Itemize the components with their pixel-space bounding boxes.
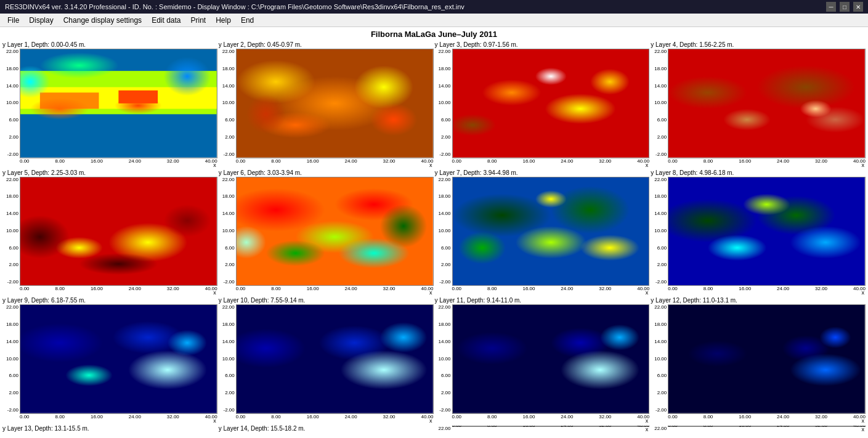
x-axis-6: 0.008.0016.0024.0032.0040.00 (236, 286, 434, 296)
plot-area-8 (668, 177, 866, 286)
y-axis-3: 22.0018.0014.0010.006.002.00-2.00 (435, 49, 452, 157)
chart-cell-1: y Layer 1, Depth: 0.00-0.45 m.22.0018.00… (2, 41, 217, 168)
svg-point-21 (590, 69, 630, 95)
svg-point-66 (379, 322, 427, 352)
menu-help[interactable]: Help (211, 15, 236, 26)
svg-point-54 (708, 235, 767, 261)
x-label-15: x (646, 426, 649, 432)
menu-end[interactable]: End (236, 15, 259, 26)
plot-area-3 (452, 49, 650, 158)
x-label-10: x (429, 418, 432, 424)
chart-label-9: y Layer 9, Depth: 6.18-7.55 m. (2, 297, 217, 304)
chart-cell-15: 22.0018.0014.0010.006.002.00-2.000.008.0… (435, 425, 650, 432)
chart-cell-10: y Layer 10, Depth: 7.55-9.14 m.22.0018.0… (219, 297, 434, 424)
main-content: Filborna MaLaGa June–July 2011 y Layer 1… (0, 27, 868, 438)
x-label-9: x (213, 418, 216, 424)
menu-display[interactable]: Display (24, 15, 58, 26)
plot-area-9 (20, 304, 217, 414)
svg-point-55 (743, 193, 790, 215)
plot-area-6 (236, 177, 434, 286)
chart-cell-13: y Layer 13, Depth: 13.1-15.5 m.22.0018.0… (2, 425, 217, 432)
y-axis-12: 22.0018.0014.0010.006.002.00-2.00 (651, 304, 668, 413)
plot-area-4 (668, 49, 866, 158)
close-button[interactable]: ✕ (853, 2, 863, 12)
svg-point-53 (790, 226, 861, 259)
minimize-button[interactable]: ─ (826, 2, 836, 12)
y-axis-11: 22.0018.0014.0010.006.002.00-2.00 (435, 304, 452, 413)
x-label-8: x (862, 290, 865, 296)
menu-file[interactable]: File (2, 15, 24, 26)
menu-bar: File Display Change display settings Edi… (0, 14, 868, 27)
y-axis-2: 22.0018.0014.0010.006.002.00-2.00 (219, 49, 236, 157)
menu-print[interactable]: Print (186, 15, 211, 26)
chart-area-11: 22.0018.0014.0010.006.002.00-2.000.008.0… (435, 304, 650, 424)
title-bar: RES3DINVx64 ver. 3.14.20 Professional - … (0, 0, 868, 14)
chart-cell-7: y Layer 7, Depth: 3.94-4.98 m.22.0018.00… (435, 169, 650, 296)
svg-point-59 (128, 351, 207, 389)
svg-point-76 (820, 326, 851, 348)
svg-point-13 (354, 65, 413, 108)
chart-area-9: 22.0018.0014.0010.006.002.00-2.000.008.0… (2, 304, 217, 424)
chart-label-7: y Layer 7, Depth: 3.94-4.98 m. (435, 169, 650, 177)
plot-area-2 (236, 49, 434, 158)
x-label-7: x (646, 290, 649, 296)
x-axis-11: 0.008.0016.0024.0032.0040.00 (452, 414, 650, 424)
svg-point-49 (535, 190, 566, 208)
chart-cell-14: y Layer 14, Depth: 15.5-18.2 m.22.0018.0… (219, 425, 434, 432)
plot-area-7 (452, 177, 650, 286)
x-axis-3: 0.008.0016.0024.0032.0040.00 (452, 158, 650, 168)
chart-label-10: y Layer 10, Depth: 7.55-9.14 m. (219, 297, 434, 304)
chart-label-11: y Layer 11, Depth: 9.14-11.0 m. (435, 297, 650, 304)
x-label-11: x (646, 418, 649, 424)
y-axis-5: 22.0018.0014.0010.006.002.00-2.00 (2, 177, 20, 285)
svg-point-5 (30, 98, 89, 120)
x-label-16: x (862, 426, 865, 432)
x-label-12: x (862, 418, 865, 424)
x-axis-9: 0.008.0016.0024.0032.0040.00 (20, 414, 217, 424)
chart-area-10: 22.0018.0014.0010.006.002.00-2.000.008.0… (219, 304, 434, 424)
svg-point-34 (79, 253, 158, 275)
chart-area-2: 22.0018.0014.0010.006.002.00-2.000.008.0… (219, 49, 434, 168)
x-axis-12: 0.008.0016.0024.0032.0040.00 (668, 414, 866, 424)
plot-area-12 (668, 304, 866, 414)
svg-point-57 (20, 323, 103, 362)
x-label-4: x (862, 162, 865, 168)
chart-cell-11: y Layer 11, Depth: 9.14-11.0 m.22.0018.0… (435, 297, 650, 424)
chart-label-8: y Layer 8, Depth: 4.98-6.18 m. (651, 169, 866, 177)
chart-cell-16: 22.0018.0014.0010.006.002.00-2.000.008.0… (651, 425, 866, 432)
svg-point-27 (724, 109, 771, 131)
svg-point-16 (246, 95, 286, 134)
chart-label-1: y Layer 1, Depth: 0.00-0.45 m. (2, 41, 217, 49)
x-axis-16: 0.008.0016.0024.0032.0040.00 (668, 426, 866, 432)
x-label-2: x (429, 162, 432, 168)
chart-label-13: y Layer 13, Depth: 13.1-15.5 m. (2, 425, 217, 432)
x-axis-2: 0.008.0016.0024.0032.0040.00 (236, 158, 434, 168)
y-axis-6: 22.0018.0014.0010.006.002.00-2.00 (219, 177, 236, 285)
svg-point-9 (40, 52, 119, 78)
svg-point-12 (237, 60, 315, 103)
x-label-5: x (213, 290, 216, 296)
y-axis-10: 22.0018.0014.0010.006.002.00-2.00 (219, 304, 236, 413)
maximize-button[interactable]: □ (840, 2, 850, 12)
svg-point-45 (551, 186, 630, 233)
svg-point-15 (370, 103, 418, 136)
svg-point-22 (535, 68, 566, 85)
svg-point-39 (266, 240, 325, 266)
chart-area-6: 22.0018.0014.0010.006.002.00-2.000.008.0… (219, 177, 434, 296)
svg-point-61 (168, 330, 207, 356)
chart-label-3: y Layer 3, Depth: 0.97-1.56 m. (435, 41, 650, 49)
chart-area-5: 22.0018.0014.0010.006.002.00-2.000.008.0… (2, 177, 217, 296)
svg-point-48 (580, 235, 639, 261)
svg-point-60 (65, 365, 113, 386)
svg-point-41 (379, 205, 427, 248)
window-title: RES3DINVx64 ver. 3.14.20 Professional - … (5, 3, 464, 10)
grid-container: y Layer 1, Depth: 0.00-0.45 m.22.0018.00… (2, 41, 866, 432)
menu-edit-data[interactable]: Edit data (147, 15, 185, 26)
chart-area-7: 22.0018.0014.0010.006.002.00-2.000.008.0… (435, 177, 650, 296)
menu-change-display[interactable]: Change display settings (59, 15, 147, 26)
x-axis-10: 0.008.0016.0024.0032.0040.00 (236, 414, 434, 424)
chart-cell-4: y Layer 4, Depth: 1.56-2.25 m.22.0018.00… (651, 41, 866, 168)
svg-point-8 (164, 57, 211, 95)
svg-point-47 (458, 231, 506, 264)
svg-point-46 (516, 226, 586, 259)
